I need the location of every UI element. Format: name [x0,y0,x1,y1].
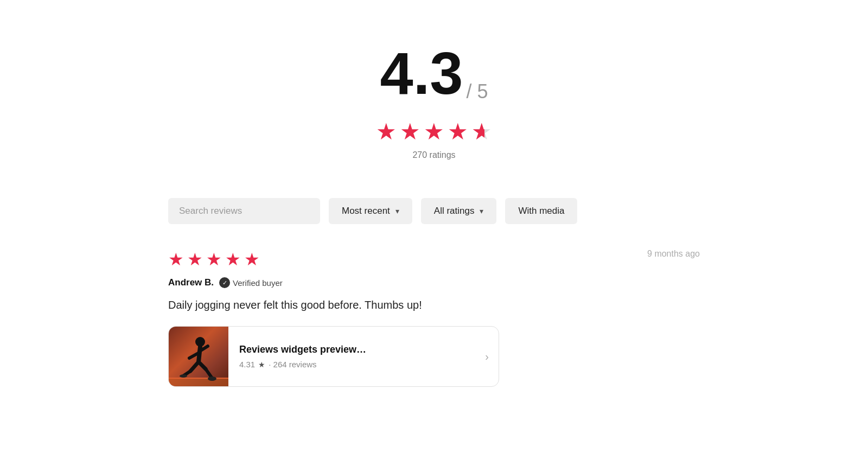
star-5-half: ★ ★ [471,120,492,143]
preview-title: Reviews widgets preview… [239,344,474,355]
svg-point-10 [208,377,216,381]
rating-score: 4.3 [380,43,463,103]
reviewer-name: Andrew B. [168,277,214,288]
review-stars: ★ ★ ★ ★ ★ [168,249,260,270]
runner-illustration [169,327,228,386]
review-time: 9 months ago [647,249,700,259]
media-filter-label: With media [518,206,564,216]
star-1: ★ [376,118,397,145]
stars-row: ★ ★ ★ ★ ★ ★ [168,118,700,145]
preview-card[interactable]: Reviews widgets preview… 4.31 ★ · 264 re… [168,326,499,387]
review-star-4: ★ [225,249,241,270]
rating-denominator: / 5 [466,80,488,103]
review-star-1: ★ [168,249,184,270]
preview-meta-reviews: · 264 reviews [269,360,316,369]
preview-meta: 4.31 ★ · 264 reviews [239,360,474,369]
preview-meta-score: 4.31 [239,360,255,369]
svg-point-11 [180,374,187,378]
sort-button[interactable]: Most recent ▾ [329,198,412,224]
preview-content: Reviews widgets preview… 4.31 ★ · 264 re… [228,335,485,378]
star-4: ★ [448,118,468,145]
review-text: Daily jogging never felt this good befor… [168,297,700,313]
star-5-fg: ★ [471,120,484,143]
review-header: ★ ★ ★ ★ ★ 9 months ago [168,249,700,270]
rating-filter-button[interactable]: All ratings ▾ [421,198,497,224]
filter-bar: Most recent ▾ All ratings ▾ With media [168,198,700,224]
svg-rect-0 [169,378,228,386]
star-3: ★ [424,118,444,145]
review-star-3: ★ [206,249,222,270]
review-star-2: ★ [187,249,203,270]
review-section: ★ ★ ★ ★ ★ 9 months ago Andrew B. ✓ Verif… [168,244,700,387]
page-container: 4.3/ 5 ★ ★ ★ ★ ★ ★ 270 ratings Most rece… [136,0,732,409]
preview-meta-star-icon: ★ [258,360,265,369]
sort-chevron-icon: ▾ [395,207,399,215]
reviewer-info: Andrew B. ✓ Verified buyer [168,277,700,288]
rating-summary: 4.3/ 5 ★ ★ ★ ★ ★ ★ 270 ratings [168,22,700,176]
search-input[interactable] [168,198,320,224]
preview-image-inner [169,327,228,386]
rating-filter-chevron-icon: ▾ [480,207,483,215]
review-star-5: ★ [244,249,260,270]
ratings-count: 270 ratings [168,150,700,160]
verified-icon: ✓ [219,277,230,288]
preview-arrow-icon: › [485,350,499,363]
verified-label: Verified buyer [233,278,283,288]
star-2: ★ [400,118,420,145]
media-filter-button[interactable]: With media [505,198,577,224]
rating-filter-label: All ratings [434,206,475,216]
sort-label: Most recent [342,206,390,216]
preview-image [169,327,228,386]
verified-badge: ✓ Verified buyer [219,277,283,288]
rating-score-row: 4.3/ 5 [168,43,700,103]
